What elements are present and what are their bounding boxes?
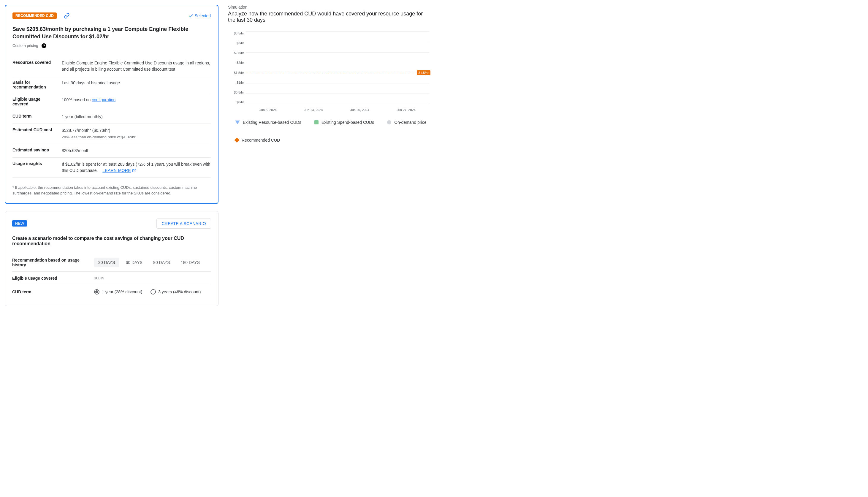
row-savings: Estimated savings $205.63/month — [13, 144, 211, 158]
configuration-link[interactable]: configuration — [92, 97, 115, 102]
row-insights: Usage insights If $1.02/hr is spent for … — [13, 158, 211, 178]
footnote: * If applicable, the recommendation take… — [13, 185, 211, 196]
legend-ondemand: On-demand price — [387, 120, 426, 125]
selected-indicator: Selected — [188, 13, 211, 18]
row-term2: CUD term 1 year (28% discount) 3 years (… — [12, 285, 211, 299]
card-headline: Save $205.63/month by purchasing a 1 yea… — [13, 26, 211, 40]
simulation-title: Analyze how the recommended CUD would ha… — [228, 11, 429, 23]
legend: Existing Resource-based CUDs Existing Sp… — [228, 120, 429, 142]
help-icon[interactable]: ? — [42, 43, 46, 48]
simulation-chart: $3.5/hr$3/hr$2.5/hr$2/hr$1.5/hr$1/hr$0.5… — [228, 26, 429, 115]
scenario-card: NEW CREATE A SCENARIO Create a scenario … — [5, 211, 218, 306]
learn-more-link[interactable]: LEARN MORE — [102, 168, 136, 174]
history-tabs: 30 DAYS60 DAYS90 DAYS180 DAYS — [94, 258, 204, 267]
scenario-title: Create a scenario model to compare the c… — [12, 236, 211, 246]
new-badge: NEW — [12, 220, 27, 227]
recommended-cud-card: RECOMMENDED CUD Selected Save $205.63/mo… — [5, 5, 218, 204]
row-cost: Estimated CUD cost $528.77/month* ($0.73… — [13, 124, 211, 144]
link-icon[interactable] — [64, 13, 70, 19]
radio-icon — [150, 289, 156, 295]
legend-recommended: Recommended CUD — [235, 138, 280, 142]
svg-line-0 — [134, 169, 136, 171]
tab-180-days[interactable]: 180 DAYS — [177, 258, 204, 267]
row-term: CUD term 1 year (billed monthly) — [13, 110, 211, 124]
tab-30-days[interactable]: 30 DAYS — [94, 258, 119, 267]
create-scenario-button[interactable]: CREATE A SCENARIO — [157, 218, 211, 229]
row-eligible: Eligible usage covered 100% based on con… — [13, 93, 211, 110]
row-resources: Resources covered Eligible Compute Engin… — [13, 56, 211, 76]
row-history: Recommendation based on usage history 30… — [12, 254, 211, 272]
custom-pricing-label: Custom pricing ? — [13, 43, 211, 48]
legend-spend-cuds: Existing Spend-based CUDs — [314, 120, 374, 125]
check-icon — [188, 13, 193, 18]
tab-90-days[interactable]: 90 DAYS — [149, 258, 174, 267]
legend-resource-cuds: Existing Resource-based CUDs — [235, 120, 301, 125]
reference-badge: $1.5/hr — [417, 70, 431, 75]
row-eligible2: Eligible usage covered 100% — [12, 272, 211, 285]
radio-3-years[interactable]: 3 years (46% discount) — [150, 289, 201, 295]
external-link-icon — [132, 168, 136, 172]
row-basis: Basis for recommendation Last 30 days of… — [13, 76, 211, 93]
simulation-label: Simulation — [228, 5, 429, 10]
radio-1-year[interactable]: 1 year (28% discount) — [94, 289, 142, 295]
recommended-badge: RECOMMENDED CUD — [13, 13, 57, 19]
tab-60-days[interactable]: 60 DAYS — [122, 258, 147, 267]
radio-icon — [94, 289, 99, 295]
